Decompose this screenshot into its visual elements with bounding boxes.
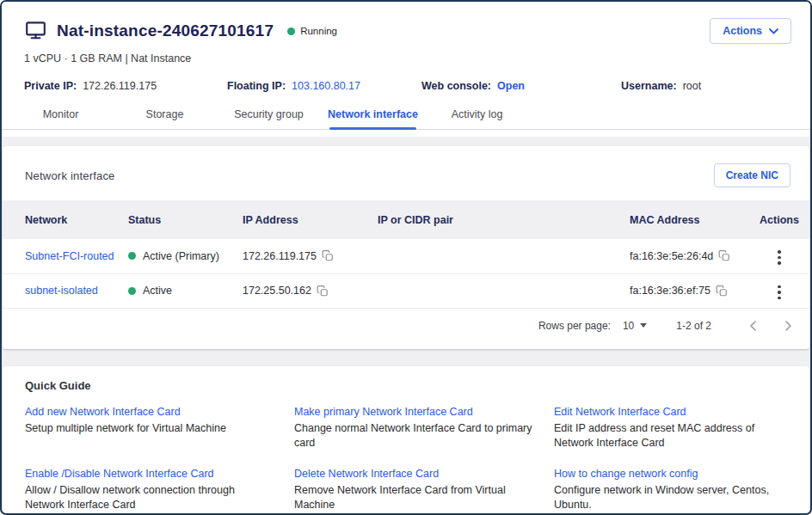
guide-desc: Allow / Disallow network connection thro… bbox=[25, 483, 275, 512]
quick-guide-grid: Add new Network Interface Card Setup mul… bbox=[25, 406, 792, 512]
pagination-range: 1-2 of 2 bbox=[676, 320, 711, 332]
copy-ip-button[interactable] bbox=[322, 249, 334, 262]
guide-item-add-nic: Add new Network Interface Card Setup mul… bbox=[25, 406, 294, 450]
create-nic-button-label: Create NIC bbox=[726, 169, 778, 181]
table-row: Subnet-FCI-routed Active (Primary) 172.2… bbox=[3, 239, 809, 273]
guide-link[interactable]: How to change network config bbox=[554, 468, 773, 480]
create-nic-button[interactable]: Create NIC bbox=[714, 163, 790, 187]
web-console-item: Web console: Open bbox=[421, 80, 621, 92]
actions-button[interactable]: Actions bbox=[710, 18, 791, 44]
row-actions-menu-button[interactable] bbox=[772, 282, 786, 303]
guide-item-edit-nic: Edit Network Interface Card Edit IP addr… bbox=[554, 406, 792, 450]
chevron-left-icon bbox=[749, 321, 756, 331]
guide-item-make-primary: Make primary Network Interface Card Chan… bbox=[294, 406, 554, 450]
tab-activity-log[interactable]: Activity log bbox=[425, 103, 529, 129]
guide-item-enable-disable-nic: Enable /Disable Network Interface Card A… bbox=[25, 468, 294, 512]
copy-ip-button[interactable] bbox=[317, 285, 329, 297]
col-status: Status bbox=[123, 200, 237, 239]
chevron-right-icon bbox=[785, 321, 792, 331]
row-actions-menu-button[interactable] bbox=[772, 247, 786, 268]
status-text: Active (Primary) bbox=[143, 250, 219, 262]
web-console-label: Web console: bbox=[421, 80, 491, 92]
guide-link[interactable]: Add new Network Interface Card bbox=[25, 406, 275, 418]
instance-detail-page: Nat-instance-240627101617 Running Action… bbox=[0, 0, 812, 515]
copy-icon bbox=[718, 249, 730, 262]
web-console-open-link[interactable]: Open bbox=[497, 80, 525, 92]
next-page-button[interactable] bbox=[782, 317, 796, 334]
floating-ip-item: Floating IP: 103.160.80.17 bbox=[227, 80, 421, 92]
instance-specs: 1 vCPU · 1 GB RAM | Nat Instance bbox=[2, 52, 810, 64]
quick-guide-card: Quick Guide Add new Network Interface Ca… bbox=[3, 366, 809, 513]
header-section: Nat-instance-240627101617 Running Action… bbox=[2, 2, 810, 137]
status-dot bbox=[128, 287, 136, 295]
network-interface-card: Network interface Create NIC Network Sta… bbox=[3, 146, 809, 349]
copy-icon bbox=[716, 285, 728, 297]
col-ip-or-cidr: IP or CIDR pair bbox=[372, 200, 609, 239]
username-item: Username: root bbox=[621, 80, 701, 92]
col-actions: Actions bbox=[749, 200, 809, 239]
status-badge: Running bbox=[287, 26, 337, 36]
guide-link[interactable]: Enable /Disable Network Interface Card bbox=[25, 468, 275, 480]
copy-mac-button[interactable] bbox=[718, 249, 730, 262]
network-link[interactable]: Subnet-FCI-routed bbox=[25, 250, 114, 262]
network-link[interactable]: subnet-isolated bbox=[25, 285, 98, 297]
guide-desc: Change normal Network Interface Card to … bbox=[294, 421, 535, 450]
rows-per-page-select[interactable]: 10 bbox=[623, 320, 647, 332]
section-title: Network interface bbox=[25, 169, 115, 182]
ip-address-value: 172.26.119.175 bbox=[243, 250, 317, 262]
col-network: Network bbox=[3, 200, 123, 239]
tab-storage[interactable]: Storage bbox=[113, 103, 217, 129]
tab-monitor[interactable]: Monitor bbox=[9, 103, 113, 129]
caret-down-icon bbox=[640, 323, 647, 328]
status-dot bbox=[128, 252, 136, 260]
floating-ip-link[interactable]: 103.160.80.17 bbox=[292, 80, 360, 92]
guide-desc: Remove Network Interface Card from Virtu… bbox=[294, 483, 535, 512]
username-value: root bbox=[683, 80, 702, 92]
rows-per-page-value: 10 bbox=[623, 320, 634, 332]
actions-button-label: Actions bbox=[723, 25, 762, 37]
status-label: Running bbox=[300, 26, 337, 36]
rows-per-page-label: Rows per page: bbox=[538, 320, 611, 332]
guide-item-change-network-config: How to change network config Configure n… bbox=[554, 468, 792, 512]
nic-table: Network Status IP Address IP or CIDR pai… bbox=[3, 200, 809, 309]
private-ip-label: Private IP: bbox=[24, 80, 77, 92]
guide-link[interactable]: Delete Network Interface Card bbox=[294, 468, 535, 480]
guide-item-delete-nic: Delete Network Interface Card Remove Net… bbox=[294, 468, 554, 512]
tab-security-group[interactable]: Security group bbox=[217, 103, 321, 129]
floating-ip-label: Floating IP: bbox=[227, 80, 286, 92]
guide-desc: Configure network in Window server, Cent… bbox=[554, 483, 773, 512]
pagination-bar: Rows per page: 10 1-2 of 2 bbox=[3, 309, 809, 343]
table-header-row: Network Status IP Address IP or CIDR pai… bbox=[3, 200, 809, 239]
cidr-cell bbox=[372, 239, 609, 273]
mac-address-value: fa:16:3e:5e:26:4d bbox=[630, 250, 713, 262]
tab-network-interface[interactable]: Network interface bbox=[321, 103, 425, 129]
status-dot bbox=[287, 28, 295, 35]
private-ip-item: Private IP: 172.26.119.175 bbox=[24, 80, 227, 92]
private-ip-value: 172.26.119.175 bbox=[83, 80, 157, 92]
ip-address-value: 172.25.50.162 bbox=[243, 285, 311, 297]
guide-desc: Edit IP address and reset MAC address of… bbox=[554, 421, 773, 450]
cidr-cell bbox=[372, 273, 609, 308]
page-title: Nat-instance-240627101617 bbox=[57, 21, 274, 40]
chevron-down-icon bbox=[769, 28, 778, 34]
guide-desc: Setup multiple network for Virtual Machi… bbox=[25, 421, 275, 436]
previous-page-button[interactable] bbox=[746, 317, 760, 334]
info-row: Private IP: 172.26.119.175 Floating IP: … bbox=[2, 80, 810, 92]
tab-bar: Monitor Storage Security group Network i… bbox=[2, 103, 810, 130]
status-text: Active bbox=[143, 285, 172, 297]
title-row: Nat-instance-240627101617 Running Action… bbox=[2, 2, 810, 45]
quick-guide-title: Quick Guide bbox=[25, 379, 792, 392]
guide-link[interactable]: Make primary Network Interface Card bbox=[294, 406, 535, 418]
monitor-icon bbox=[24, 19, 47, 45]
table-row: subnet-isolated Active 172.25.50.162 bbox=[3, 273, 809, 308]
col-ip-address: IP Address bbox=[237, 200, 372, 239]
copy-mac-button[interactable] bbox=[716, 285, 728, 297]
col-mac-address: MAC Address bbox=[609, 200, 749, 239]
mac-address-value: fa:16:3e:36:ef:75 bbox=[630, 285, 710, 297]
copy-icon bbox=[322, 249, 334, 262]
copy-icon bbox=[317, 285, 329, 297]
username-label: Username: bbox=[621, 80, 677, 92]
guide-link[interactable]: Edit Network Interface Card bbox=[554, 406, 773, 418]
section-header: Network interface Create NIC bbox=[3, 146, 809, 187]
